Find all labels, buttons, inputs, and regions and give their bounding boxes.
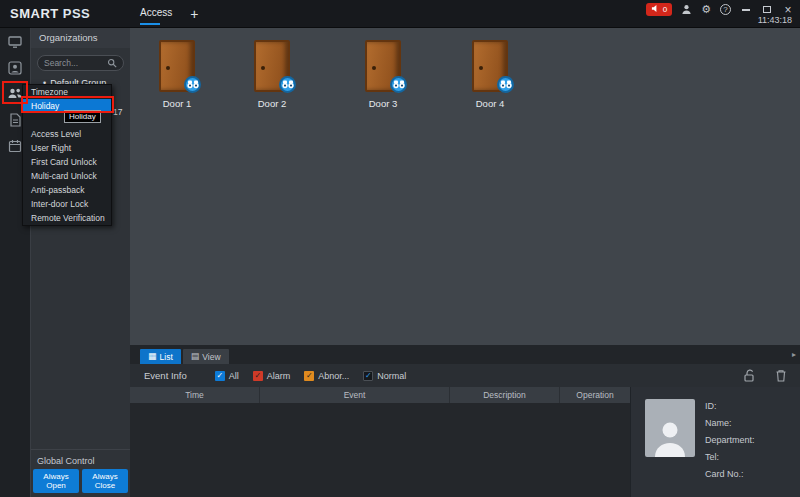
maximize-icon <box>763 6 771 13</box>
menu-item-anti-passback[interactable]: Anti-passback <box>23 183 111 197</box>
minimize-icon <box>742 9 750 11</box>
user-manager-icon[interactable] <box>7 60 23 76</box>
trash-icon[interactable] <box>772 368 790 384</box>
menu-item-access-level[interactable]: Access Level <box>23 127 111 141</box>
minimize-button[interactable] <box>740 3 752 16</box>
log-icon[interactable] <box>7 112 23 128</box>
logo-pss: PSS <box>63 6 91 21</box>
filter-normal-label: Normal <box>377 371 406 381</box>
add-tab-button[interactable]: + <box>186 6 202 22</box>
help-icon[interactable]: ? <box>720 4 731 15</box>
column-operation[interactable]: Operation <box>560 387 630 403</box>
field-name: Name: <box>705 418 755 428</box>
gear-icon[interactable]: ⚙ <box>701 3 711 16</box>
always-open-button[interactable]: Always Open <box>33 469 79 493</box>
field-department: Department: <box>705 435 755 445</box>
column-time[interactable]: Time <box>130 387 260 403</box>
door-knob <box>261 66 265 70</box>
field-tel: Tel: <box>705 452 755 462</box>
expand-arrow-icon[interactable]: ▸ <box>792 350 796 359</box>
smartpss-window: SMARTPSS Access + 0 ⚙ ? × 11:43:18 Organ <box>0 0 800 497</box>
person-fields: ID: Name: Department: Tel: Card No.: <box>705 399 755 497</box>
user-icon[interactable] <box>681 4 692 15</box>
door-knob <box>479 66 483 70</box>
event-table-header: Time Event Description Operation <box>130 387 630 403</box>
global-control-section: Global Control Always Open Always Close <box>31 449 130 497</box>
field-id: ID: <box>705 401 755 411</box>
tab-access[interactable]: Access <box>130 0 182 28</box>
tab-view[interactable]: ▤ View <box>183 349 229 364</box>
door-item-3[interactable]: Door 3 <box>343 40 423 109</box>
always-close-button[interactable]: Always Close <box>82 469 128 493</box>
organizations-title: Organizations <box>31 28 130 48</box>
filter-all[interactable]: ✓ All <box>215 371 239 381</box>
main-content: Door 1 Door 2 Door 3 <box>130 28 800 497</box>
event-console: ▦ List ▤ View ▸ Event Info ✓ All ✓ Alarm <box>130 345 800 497</box>
clock: 11:43:18 <box>758 15 792 25</box>
avatar <box>645 399 695 457</box>
alarm-badge[interactable]: 0 <box>646 3 672 16</box>
tab-strip: Access + <box>130 0 202 28</box>
tab-list[interactable]: ▦ List <box>140 349 181 364</box>
tab-list-label: List <box>160 352 173 362</box>
door-icon <box>159 40 195 92</box>
binoculars-badge-icon <box>497 76 514 93</box>
device-icon[interactable] <box>7 34 23 50</box>
door-knob <box>372 66 376 70</box>
app-logo: SMARTPSS <box>10 6 90 21</box>
door-item-4[interactable]: Door 4 <box>450 40 530 109</box>
global-control-label: Global Control <box>31 450 130 466</box>
menu-item-multi-card-unlock[interactable]: Multi-card Unlock <box>23 169 111 183</box>
menu-item-first-card-unlock[interactable]: First Card Unlock <box>23 155 111 169</box>
event-table: Time Event Description Operation <box>130 387 630 497</box>
menu-item-timezone[interactable]: Timezone <box>23 85 111 99</box>
checkbox-alarm[interactable]: ✓ <box>253 371 263 381</box>
door-label: Door 1 <box>137 98 217 109</box>
checkbox-abnormal[interactable]: ✓ <box>304 371 314 381</box>
filter-abnormal[interactable]: ✓ Abnor... <box>304 371 349 381</box>
console-tabbar: ▦ List ▤ View ▸ <box>130 345 800 364</box>
menu-item-remote-verification[interactable]: Remote Verification <box>23 211 111 225</box>
door-label: Door 2 <box>232 98 312 109</box>
door-icon <box>254 40 290 92</box>
door-icon <box>365 40 401 92</box>
event-table-body <box>130 403 630 497</box>
filter-alarm[interactable]: ✓ Alarm <box>253 371 291 381</box>
menu-item-user-right[interactable]: User Right <box>23 141 111 155</box>
permission-group-icon[interactable] <box>7 86 23 102</box>
global-control-buttons: Always Open Always Close <box>33 469 128 493</box>
alarm-count: 0 <box>663 5 667 14</box>
door-item-2[interactable]: Door 2 <box>232 40 312 109</box>
schedule-icon[interactable] <box>7 138 23 154</box>
door-item-1[interactable]: Door 1 <box>137 40 217 109</box>
list-grid-icon: ▦ <box>148 349 157 364</box>
holiday-tooltip: Holiday <box>64 110 101 123</box>
search-box <box>37 55 124 71</box>
search-input[interactable] <box>44 58 104 68</box>
menu-item-inter-door-lock[interactable]: Inter-door Lock <box>23 197 111 211</box>
event-info-label: Event Info <box>144 370 187 381</box>
logo-smart: SMART <box>10 6 59 21</box>
door-knob <box>166 66 170 70</box>
door-label: Door 3 <box>343 98 423 109</box>
event-filter-bar: Event Info ✓ All ✓ Alarm ✓ Abnor... ✓ No… <box>130 364 800 387</box>
door-label: Door 4 <box>450 98 530 109</box>
console-lower: Time Event Description Operation ID: Nam… <box>130 387 800 497</box>
view-grid-icon: ▤ <box>191 349 200 364</box>
tree-count-badge: 17 <box>113 107 122 117</box>
filter-all-label: All <box>229 371 239 381</box>
context-menu: Timezone Holiday Access Level User Right… <box>22 84 112 226</box>
filter-alarm-label: Alarm <box>267 371 291 381</box>
column-event[interactable]: Event <box>260 387 450 403</box>
filter-abnormal-label: Abnor... <box>318 371 349 381</box>
binoculars-badge-icon <box>390 76 407 93</box>
column-description[interactable]: Description <box>450 387 560 403</box>
checkbox-all[interactable]: ✓ <box>215 371 225 381</box>
search-icon[interactable] <box>107 54 117 72</box>
checkbox-normal[interactable]: ✓ <box>363 371 373 381</box>
binoculars-badge-icon <box>184 76 201 93</box>
door-open-icon[interactable] <box>740 368 758 384</box>
door-icon <box>472 40 508 92</box>
filter-normal[interactable]: ✓ Normal <box>363 371 406 381</box>
field-card-no: Card No.: <box>705 469 755 479</box>
